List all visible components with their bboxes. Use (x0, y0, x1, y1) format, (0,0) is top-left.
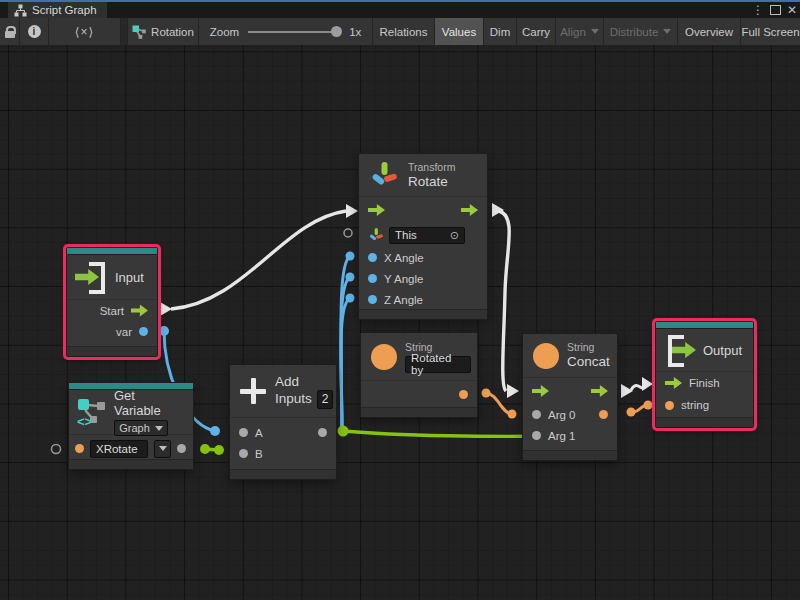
port-string-label: string (681, 399, 709, 411)
value-input-port[interactable] (75, 444, 84, 453)
variable-picker-button[interactable] (154, 440, 171, 458)
distribute-button[interactable]: Distribute (604, 18, 678, 45)
values-label: Values (442, 26, 476, 38)
port-arg1[interactable]: Arg 1 (523, 425, 617, 446)
node-title: Get Variable (114, 388, 185, 418)
value-input-port[interactable] (239, 428, 248, 437)
info-button[interactable]: i (20, 18, 49, 45)
fullscreen-button[interactable]: Full Screen (741, 18, 800, 45)
flow-output-port[interactable] (591, 385, 608, 397)
value-output-port[interactable] (599, 410, 608, 419)
transform-icon (368, 227, 384, 243)
node-footer (359, 309, 487, 319)
node-footer (69, 459, 193, 469)
node-title: Input (115, 270, 144, 285)
object-picker-icon[interactable]: ⊙ (450, 230, 459, 241)
align-button[interactable]: Align (556, 18, 604, 45)
node-get-variable[interactable]: <> Get Variable Graph XRotate (68, 382, 194, 470)
lock-button[interactable] (0, 18, 20, 45)
port-var[interactable]: var (67, 321, 157, 342)
port-x-angle[interactable]: X Angle (359, 247, 487, 268)
align-label: Align (560, 26, 586, 38)
node-title: Rotate (408, 174, 455, 190)
port-z-angle[interactable]: Z Angle (359, 289, 487, 310)
value-output-port[interactable] (318, 428, 327, 437)
port-b[interactable]: B (230, 443, 336, 464)
value-input-port[interactable] (368, 274, 377, 283)
node-footer (656, 417, 753, 427)
value-output-port[interactable] (177, 444, 186, 453)
value-output-port[interactable] (139, 327, 148, 336)
node-title-line1: Add (275, 374, 333, 390)
node-output[interactable]: Output Finish string (655, 321, 754, 428)
window-menu-button[interactable]: ⋮ (751, 2, 765, 18)
variable-scope-dropdown[interactable]: Graph (114, 420, 168, 436)
flow-input-port[interactable] (532, 385, 549, 397)
tab-script-graph[interactable]: Script Graph (8, 2, 107, 18)
node-footer (361, 407, 477, 417)
port-arg1-label: Arg 1 (548, 430, 576, 442)
node-input[interactable]: Input Start var (66, 247, 158, 357)
string-value: Rotated by (411, 352, 465, 376)
string-value-field[interactable]: Rotated by (405, 356, 471, 373)
unity-visual-scripting-window: Script Graph ⋮ ✕ i ⟨×⟩ Rotation (0, 0, 800, 600)
node-group-label: Transform (408, 161, 455, 174)
info-icon: i (28, 25, 41, 38)
carry-button[interactable]: Carry (517, 18, 556, 45)
value-output-port[interactable] (459, 390, 468, 399)
port-this[interactable]: This ⊙ (359, 223, 487, 247)
flow-output-icon (131, 305, 148, 317)
zoom-slider[interactable] (248, 31, 340, 33)
overview-button[interactable]: Overview (678, 18, 741, 45)
rotation-breadcrumb[interactable]: Rotation (128, 18, 199, 45)
window-close-button[interactable]: ✕ (784, 2, 800, 18)
string-type-icon (371, 344, 397, 370)
chevron-down-icon (155, 426, 163, 431)
value-input-port[interactable] (368, 253, 377, 262)
node-string-literal[interactable]: String Rotated by (360, 332, 478, 418)
inputs-count-field[interactable]: 2 (317, 390, 334, 409)
port-a-label: A (255, 427, 263, 439)
dim-button[interactable]: Dim (484, 18, 517, 45)
zoom-control: Zoom 1x (199, 18, 373, 45)
port-a[interactable]: A (230, 422, 336, 443)
value-input-port[interactable] (532, 431, 541, 440)
window-maximize-button[interactable] (767, 2, 783, 18)
port-finish[interactable]: Finish (656, 372, 753, 394)
flow-input-port[interactable] (665, 377, 682, 389)
graph-icon (14, 4, 27, 17)
node-transform-rotate[interactable]: Transform Rotate This ⊙ (358, 153, 488, 320)
this-object-field[interactable]: This ⊙ (389, 227, 465, 244)
close-icon: ✕ (787, 3, 797, 17)
port-y-angle[interactable]: Y Angle (359, 268, 487, 289)
port-string[interactable]: string (656, 394, 753, 416)
flow-output-port[interactable] (461, 204, 478, 216)
chevron-down-icon (159, 446, 167, 451)
dim-label: Dim (490, 26, 510, 38)
flow-input-port[interactable] (368, 204, 385, 216)
value-input-port[interactable] (532, 410, 541, 419)
lock-icon (5, 26, 15, 38)
value-input-port[interactable] (665, 401, 674, 410)
port-arg0[interactable]: Arg 0 (523, 404, 617, 425)
graph-toolbar: i ⟨×⟩ Rotation Zoom 1x Relations Values … (0, 18, 800, 46)
value-input-port[interactable] (239, 449, 248, 458)
port-finish-label: Finish (689, 377, 720, 389)
node-string-concat[interactable]: String Concat Arg 0 Arg 1 (522, 333, 618, 461)
carry-label: Carry (522, 26, 550, 38)
value-input-port[interactable] (368, 295, 377, 304)
distribute-label: Distribute (610, 26, 659, 38)
variable-name-field[interactable]: XRotate (90, 440, 148, 458)
variable-row: XRotate (69, 435, 193, 462)
values-button[interactable]: Values (435, 18, 484, 45)
node-add[interactable]: Add Inputs 2 A B (229, 364, 337, 480)
port-start[interactable]: Start (67, 300, 157, 321)
zoom-label: Zoom (210, 26, 239, 38)
maximize-icon (770, 5, 781, 15)
relations-button[interactable]: Relations (373, 18, 435, 45)
add-icon (240, 378, 266, 404)
inspect-values-button[interactable]: ⟨×⟩ (49, 18, 121, 45)
get-variable-icon: <> (77, 397, 107, 427)
zoom-slider-knob[interactable] (331, 26, 342, 37)
toolbar-gap (121, 18, 128, 45)
